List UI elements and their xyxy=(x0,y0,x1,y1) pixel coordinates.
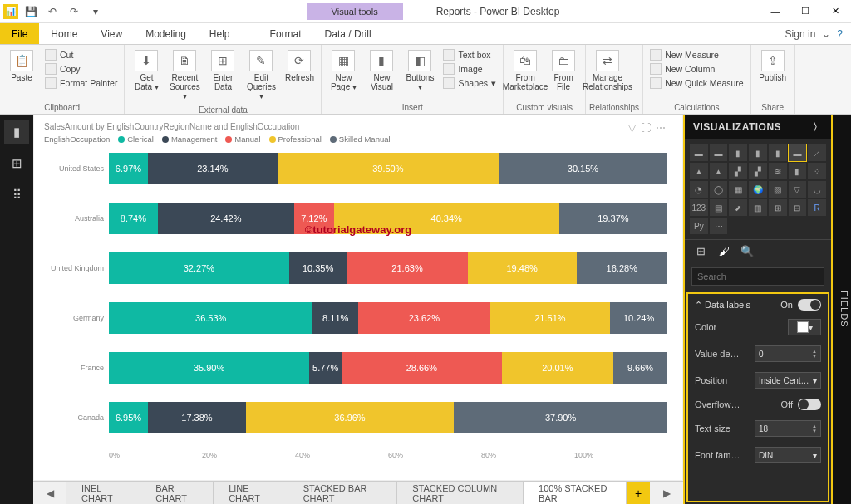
viz-funnel-icon[interactable]: ▽ xyxy=(789,181,807,198)
sheet-tab[interactable]: STACKED BAR CHART xyxy=(288,482,398,504)
bar-segment[interactable]: 39.50% xyxy=(278,153,499,184)
qat-undo-icon[interactable]: ↶ xyxy=(43,2,61,21)
new-page-button[interactable]: ▦New Page ▾ xyxy=(325,46,362,95)
bar-segment[interactable]: 36.96% xyxy=(246,402,454,433)
viz-stacked-bar-icon[interactable]: ▬ xyxy=(690,144,708,161)
bar-segment[interactable]: 17.38% xyxy=(148,402,246,433)
stacked-bar[interactable]: 6.95%17.38%36.96%37.90% xyxy=(109,402,667,433)
bar-segment[interactable]: 6.97% xyxy=(109,153,148,184)
format-tab-icon[interactable]: 🖌 xyxy=(716,243,731,258)
sheet-next-icon[interactable]: ▶ xyxy=(650,482,683,504)
viz-stacked-area-icon[interactable]: ▲ xyxy=(710,163,728,179)
visual-focus-icon[interactable]: ⛶ xyxy=(641,122,651,134)
viz-kpi-icon[interactable]: ⬈ xyxy=(729,199,747,216)
image-button[interactable]: Image xyxy=(441,62,498,76)
sheet-prev-icon[interactable]: ◀ xyxy=(33,482,66,504)
tab-view[interactable]: View xyxy=(89,23,134,44)
viz-combo2-icon[interactable]: ▞ xyxy=(749,163,767,179)
data-view-icon[interactable]: ⊞ xyxy=(4,151,29,176)
visual-filter-icon[interactable]: ▽ xyxy=(628,122,636,134)
get-data-button[interactable]: ⬇Get Data ▾ xyxy=(128,46,165,95)
window-maximize-button[interactable]: ☐ xyxy=(791,1,819,22)
fields-tab-icon[interactable]: ⊞ xyxy=(693,243,708,258)
data-labels-toggle[interactable] xyxy=(798,299,821,311)
viz-combo1-icon[interactable]: ▞ xyxy=(729,163,747,179)
section-title[interactable]: Data labels xyxy=(705,300,750,310)
bar-segment[interactable]: 40.34% xyxy=(334,203,559,234)
new-measure-button[interactable]: New Measure xyxy=(648,48,745,61)
viz-scatter-icon[interactable]: ⁘ xyxy=(808,163,826,179)
report-canvas[interactable]: ▽ ⛶ ⋯ SalesAmount by EnglishCountryRegio… xyxy=(34,115,682,480)
from-file-button[interactable]: 🗀From File xyxy=(545,46,582,95)
tab-modeling[interactable]: Modeling xyxy=(134,23,198,44)
viz-donut-icon[interactable]: ◯ xyxy=(710,181,728,198)
viz-multi-card-icon[interactable]: ▤ xyxy=(710,199,728,216)
new-quick-measure-button[interactable]: New Quick Measure xyxy=(648,76,745,90)
bar-segment[interactable]: 8.11% xyxy=(312,302,357,334)
value-decimal-input[interactable]: 0▲▼ xyxy=(755,345,821,362)
stacked-bar[interactable]: 6.97%23.14%39.50%30.15% xyxy=(109,153,667,184)
viz-more-icon[interactable]: ⋯ xyxy=(710,218,728,234)
viz-table-icon[interactable]: ⊞ xyxy=(769,199,787,216)
fields-pane-collapsed[interactable]: FIELDS xyxy=(833,115,851,504)
viz-card-icon[interactable]: 123 xyxy=(690,199,708,216)
analytics-tab-icon[interactable]: 🔍 xyxy=(740,243,755,258)
bar-segment[interactable]: 21.63% xyxy=(347,252,467,284)
qat-redo-icon[interactable]: ↷ xyxy=(65,2,83,21)
bar-segment[interactable]: 37.90% xyxy=(454,402,667,433)
bar-segment[interactable]: 24.42% xyxy=(158,203,294,234)
overflow-toggle[interactable] xyxy=(798,399,821,410)
color-picker[interactable]: ▾ xyxy=(788,319,821,335)
recent-sources-button[interactable]: 🗎Recent Sources ▾ xyxy=(166,46,203,104)
textbox-button[interactable]: Text box xyxy=(441,48,498,61)
textsize-input[interactable]: 18▲▼ xyxy=(755,420,821,437)
viz-gauge-icon[interactable]: ◡ xyxy=(808,181,826,198)
viz-matrix-icon[interactable]: ⊟ xyxy=(789,199,807,216)
viz-pie-icon[interactable]: ◔ xyxy=(690,181,708,198)
tab-data-drill[interactable]: Data / Drill xyxy=(313,23,383,44)
window-minimize-button[interactable]: — xyxy=(761,1,790,22)
report-view-icon[interactable]: ▮ xyxy=(4,120,29,144)
stacked-bar[interactable]: 35.90%5.77%28.66%20.01%9.66% xyxy=(109,352,667,384)
paste-button[interactable]: 📋Paste xyxy=(3,46,40,86)
bar-segment[interactable]: 20.01% xyxy=(502,352,613,384)
sheet-tab[interactable]: INEL CHART xyxy=(66,482,140,504)
bar-segment[interactable]: 10.24% xyxy=(610,302,667,334)
sheet-tab[interactable]: LINE CHART xyxy=(214,482,288,504)
stacked-bar[interactable]: 36.53%8.11%23.62%21.51%10.24% xyxy=(109,302,667,334)
add-sheet-button[interactable]: + xyxy=(627,482,650,504)
bar-segment[interactable]: 9.66% xyxy=(613,352,667,384)
bar-segment[interactable]: 35.90% xyxy=(109,352,309,384)
viz-slicer-icon[interactable]: ▥ xyxy=(749,199,767,216)
format-search-input[interactable] xyxy=(691,267,824,286)
edit-queries-button[interactable]: ✎Edit Queries ▾ xyxy=(243,46,279,104)
sheet-tab[interactable]: STACKED COLUMN CHART xyxy=(397,482,524,504)
publish-button[interactable]: ⇪Publish xyxy=(755,46,791,86)
viz-100-column-icon[interactable]: ▮ xyxy=(769,144,787,161)
new-column-button[interactable]: New Column xyxy=(648,62,745,76)
viz-stacked-column-icon[interactable]: ▮ xyxy=(729,144,747,161)
bar-segment[interactable]: 28.66% xyxy=(342,352,502,384)
fontfam-dropdown[interactable]: DIN▾ xyxy=(755,447,821,463)
format-painter-button[interactable]: Format Painter xyxy=(43,76,119,90)
from-marketplace-button[interactable]: 🛍From Marketplace xyxy=(507,46,544,95)
bar-segment[interactable]: 5.77% xyxy=(309,352,342,384)
refresh-button[interactable]: ⟳Refresh xyxy=(281,46,317,86)
help-icon[interactable]: ? xyxy=(837,28,843,40)
viz-r-icon[interactable]: R xyxy=(808,199,826,216)
viz-filled-map-icon[interactable]: ▧ xyxy=(769,181,787,198)
viz-py-icon[interactable]: Py xyxy=(690,218,708,234)
manage-relationships-button[interactable]: ⇄Manage Relationships xyxy=(589,46,626,95)
qat-dropdown-icon[interactable]: ▾ xyxy=(86,2,105,21)
bar-segment[interactable]: 16.28% xyxy=(577,252,667,284)
collapse-pane-icon[interactable]: 〉 xyxy=(813,120,824,135)
cut-button[interactable]: Cut xyxy=(43,48,119,61)
signin-link[interactable]: Sign in xyxy=(785,28,816,40)
viz-map-icon[interactable]: 🌍 xyxy=(749,181,767,198)
viz-treemap-icon[interactable]: ▦ xyxy=(729,181,747,198)
bar-segment[interactable]: 36.53% xyxy=(109,302,312,334)
viz-waterfall-icon[interactable]: ▮ xyxy=(789,163,807,179)
bar-segment[interactable]: 23.62% xyxy=(358,302,490,334)
tab-file[interactable]: File xyxy=(0,23,39,44)
model-view-icon[interactable]: ⠿ xyxy=(4,183,29,208)
